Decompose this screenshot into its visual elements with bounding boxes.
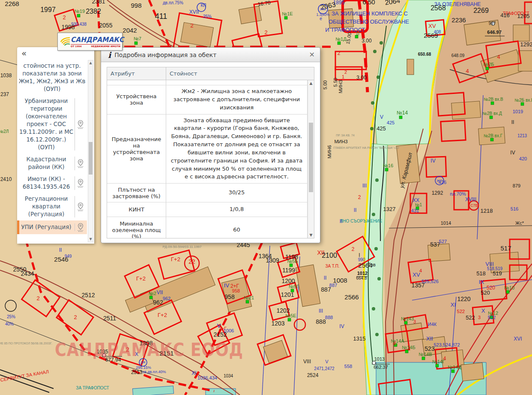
map-label: 3 xyxy=(478,315,481,320)
logo-since: ОТ 1994 xyxy=(71,45,82,48)
map-label: 516 xyxy=(511,206,518,211)
map-label: Г+2 xyxy=(171,256,180,262)
map-label: IX xyxy=(479,279,484,285)
map-label: 1213 xyxy=(517,133,527,138)
layer-list: стойности на устр. показатели за зони Жм… xyxy=(17,60,87,244)
layer-item-4[interactable]: Регулационни квартали (Регулация) xyxy=(17,193,87,220)
layers-panel: « стойности на устр. показатели за зони … xyxy=(17,47,94,244)
map-label: 517 xyxy=(500,244,511,252)
map-pin-icon xyxy=(76,178,85,188)
map-label: V xyxy=(325,359,329,364)
map-label: Жс* xyxy=(515,220,524,226)
table-row: Мининална озеленена площ (%)60 xyxy=(107,217,307,238)
scrollbar-thumb[interactable] xyxy=(89,142,93,175)
value-cell xyxy=(166,80,307,85)
map-label: 522 xyxy=(488,315,496,320)
map-label: II xyxy=(511,119,514,125)
map-label: №14 xyxy=(397,110,408,116)
attribute-cell: Мининална озеленена площ (%) xyxy=(107,217,166,238)
entrance-marker xyxy=(491,102,494,105)
map-label: ЖП xyxy=(436,179,442,183)
map-label: ДЖ xyxy=(140,361,146,364)
map-label: 1315 xyxy=(353,335,366,342)
entrance-marker xyxy=(385,168,388,171)
map-label: 4 xyxy=(419,268,422,273)
map-label: 3.00 xyxy=(362,38,372,44)
tree xyxy=(375,178,379,182)
tree xyxy=(372,213,375,216)
map-label: 2381 xyxy=(92,0,105,5)
map-label: №21 xyxy=(244,295,254,300)
map-label: И4К xyxy=(428,322,437,327)
map-label: XVIII xyxy=(465,196,476,202)
map-label: 2410 xyxy=(0,176,12,182)
layer-item-0[interactable]: стойности на устр. показатели за зони Жм… xyxy=(17,60,87,95)
scrollbar-thumb[interactable] xyxy=(309,123,313,192)
map-label: 1 xyxy=(342,74,344,79)
map-label: ИЕ 85 ПО ПРОТОКОЛ 56/06.06.2003Г. xyxy=(0,342,52,345)
info-icon: i xyxy=(108,50,111,60)
map-label: №2Б вх.В xyxy=(514,98,532,103)
table-scrollbar[interactable]: ▲ ▼ xyxy=(308,80,314,238)
layer-item-label: УПИ (Регулация) xyxy=(18,223,75,231)
map-label: 888 xyxy=(316,318,326,325)
scroll-down-icon[interactable]: ▼ xyxy=(308,232,314,238)
building xyxy=(451,101,481,120)
map-label: 2511 xyxy=(103,315,116,322)
logo-swoosh-icon xyxy=(60,35,71,48)
entrance-marker xyxy=(490,116,493,119)
map-label: №2Л xyxy=(0,129,9,134)
layer-item-1[interactable]: Урбанизирани територии (окончателен прое… xyxy=(17,95,87,154)
map-label: №16 xyxy=(383,163,393,168)
map-label: 2 xyxy=(352,246,355,252)
building xyxy=(407,59,414,75)
layer-item-label: стойности на устр. показатели за зони Жм… xyxy=(18,62,86,93)
value-cell: 30/25 xyxy=(166,184,307,202)
map-label: МИН3 xyxy=(338,80,343,93)
attribute-cell: КИНТ xyxy=(107,202,166,217)
map-label: 962 xyxy=(153,299,163,306)
map-label: ЛНО СЪОРЪЖЕНИЕ xyxy=(340,219,383,223)
entrance-marker xyxy=(290,264,293,267)
map-label: 4 xyxy=(393,341,396,347)
sidebar-scrollbar[interactable]: ▲ ▼ xyxy=(88,60,93,242)
map-label: 408 xyxy=(434,30,441,34)
map-label: 4 xyxy=(497,54,500,60)
map-label: 998 xyxy=(131,2,141,9)
map-label: IV xyxy=(224,282,230,289)
map-label: 2513 xyxy=(131,369,143,375)
entrance-marker xyxy=(405,350,408,353)
map-label: 2269 xyxy=(473,7,489,14)
map-label: 2546 xyxy=(54,256,68,263)
layer-item-5[interactable]: УПИ (Регулация) xyxy=(17,220,87,234)
attribute-cell: Плътност на застрояване (%) xyxy=(107,184,166,202)
map-label: №14Д xyxy=(448,365,461,370)
map-label: 1Г xyxy=(356,31,361,36)
dialog-title: Подробна информация за обект xyxy=(114,51,308,58)
map-label: 40% xyxy=(5,322,14,326)
layer-item-2[interactable]: Кадастрални райони (КК) xyxy=(17,154,87,173)
map-label: 4 xyxy=(466,68,469,74)
map-label: 958 xyxy=(232,288,240,293)
scroll-up-icon[interactable]: ▲ xyxy=(88,60,93,66)
map-label: 2 xyxy=(264,29,267,36)
map-label: 1199 xyxy=(282,267,295,274)
map-label: 1218 xyxy=(481,208,493,214)
entrance-marker xyxy=(399,116,402,119)
map-label: св.дв.пл.40% xyxy=(143,370,166,374)
map-label: 3.00 xyxy=(356,75,367,81)
scroll-up-icon[interactable]: ▲ xyxy=(308,80,314,86)
watermark-text: САНДРАМАКС ЕООД xyxy=(55,339,243,360)
dialog-header[interactable]: i Подробна информация за обект ✕ xyxy=(101,48,320,62)
map-label: С7В xyxy=(470,203,478,208)
map-pin-icon xyxy=(76,223,85,232)
map-label: 1997 xyxy=(40,6,56,13)
map-label: 1.3|40% xyxy=(316,12,329,17)
map-label: 2434 xyxy=(21,270,34,277)
layer-item-3[interactable]: Имоти (КК) - 68134.1935.426 xyxy=(17,173,87,193)
scroll-down-icon[interactable]: ▼ xyxy=(88,237,93,242)
close-icon[interactable]: ✕ xyxy=(308,51,316,59)
map-label: 958 xyxy=(224,293,235,300)
map-label: 5.00 xyxy=(323,80,328,89)
map-label: №5Е xyxy=(285,313,296,318)
